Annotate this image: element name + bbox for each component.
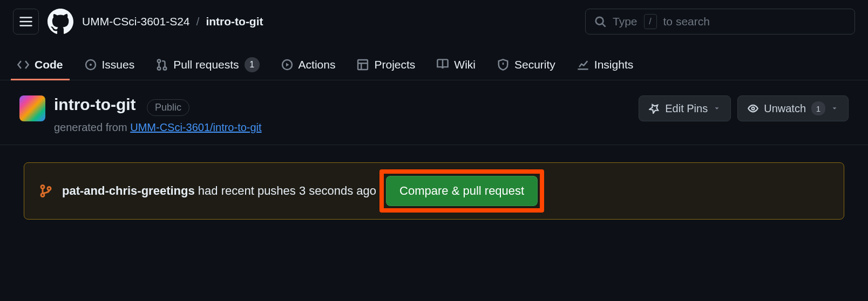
unwatch-count: 1 [811, 101, 825, 115]
search-input[interactable]: Type / to search [585, 9, 855, 35]
highlight-annotation: Compare & pull request [386, 176, 538, 206]
repo-info: intro-to-git Public generated from UMM-C… [54, 95, 262, 134]
search-placeholder-suffix: to search [663, 15, 710, 28]
svg-rect-7 [358, 60, 368, 70]
alert-text: pat-and-chris-greetings had recent pushe… [62, 184, 376, 198]
recent-push-alert: pat-and-chris-greetings had recent pushe… [24, 162, 844, 220]
git-branch-icon [39, 184, 52, 197]
book-icon [437, 59, 449, 71]
breadcrumb-repo[interactable]: intro-to-git [206, 15, 263, 28]
repo-tabs: Code Issues Pull requests 1 Actions Proj… [0, 50, 868, 80]
tab-actions[interactable]: Actions [270, 50, 347, 80]
tab-pull-requests[interactable]: Pull requests 1 [145, 50, 270, 80]
tab-issues-label: Issues [102, 58, 135, 71]
unwatch-label: Unwatch [764, 102, 806, 115]
svg-point-4 [158, 67, 161, 70]
pull-request-icon [156, 59, 168, 71]
edit-pins-button[interactable]: Edit Pins [639, 95, 731, 121]
unwatch-button[interactable]: Unwatch 1 [737, 95, 849, 121]
issue-icon [85, 59, 97, 71]
visibility-badge: Public [147, 99, 189, 116]
svg-point-3 [158, 59, 161, 63]
breadcrumb-separator: / [196, 15, 200, 28]
svg-point-5 [164, 67, 167, 70]
breadcrumb: UMM-CSci-3601-S24 / intro-to-git [82, 15, 263, 28]
caret-down-icon [713, 105, 721, 112]
graph-icon [577, 59, 589, 71]
tab-insights[interactable]: Insights [566, 50, 644, 80]
search-placeholder-prefix: Type [613, 15, 638, 28]
breadcrumb-org[interactable]: UMM-CSci-3601-S24 [82, 15, 190, 28]
tab-code[interactable]: Code [6, 50, 74, 80]
repo-actions: Edit Pins Unwatch 1 [639, 95, 849, 121]
tab-projects-label: Projects [374, 58, 415, 71]
svg-point-9 [41, 186, 44, 189]
svg-point-11 [48, 187, 51, 190]
template-link[interactable]: UMM-CSci-3601/intro-to-git [130, 121, 261, 133]
search-icon [594, 16, 606, 28]
slash-key-icon: / [644, 14, 657, 29]
pin-icon [649, 103, 660, 114]
project-icon [357, 59, 369, 71]
repo-avatar[interactable] [19, 95, 45, 121]
eye-icon [748, 103, 758, 114]
tab-wiki[interactable]: Wiki [426, 50, 486, 80]
global-header: UMM-CSci-3601-S24 / intro-to-git Type / … [0, 0, 868, 43]
branch-name: pat-and-chris-greetings [62, 184, 195, 197]
hamburger-icon [19, 15, 32, 28]
play-icon [281, 59, 293, 71]
tab-security[interactable]: Security [486, 50, 566, 80]
edit-pins-label: Edit Pins [665, 102, 708, 115]
compare-pull-request-button[interactable]: Compare & pull request [386, 176, 538, 206]
repo-name[interactable]: intro-to-git [54, 95, 136, 114]
github-icon [48, 9, 73, 35]
svg-point-8 [752, 107, 755, 110]
hamburger-menu-button[interactable] [13, 9, 39, 35]
tab-actions-label: Actions [299, 58, 336, 71]
tab-security-label: Security [514, 58, 555, 71]
tab-insights-label: Insights [594, 58, 633, 71]
svg-point-0 [596, 17, 603, 25]
tab-wiki-label: Wiki [454, 58, 476, 71]
code-icon [17, 59, 29, 71]
generated-from: generated from UMM-CSci-3601/intro-to-gi… [54, 121, 262, 134]
pulls-count-badge: 1 [245, 57, 260, 72]
tab-code-label: Code [35, 58, 63, 71]
tab-pulls-label: Pull requests [173, 58, 239, 71]
alert-message: had recent pushes 3 seconds ago [195, 184, 376, 197]
github-logo[interactable] [48, 9, 73, 35]
shield-icon [497, 59, 509, 71]
alert-container: pat-and-chris-greetings had recent pushe… [0, 145, 868, 237]
repo-header: intro-to-git Public generated from UMM-C… [0, 80, 868, 145]
tab-issues[interactable]: Issues [74, 50, 146, 80]
tab-projects[interactable]: Projects [346, 50, 426, 80]
gen-prefix: generated from [54, 121, 130, 133]
svg-point-2 [89, 64, 91, 66]
caret-down-icon [831, 105, 838, 112]
